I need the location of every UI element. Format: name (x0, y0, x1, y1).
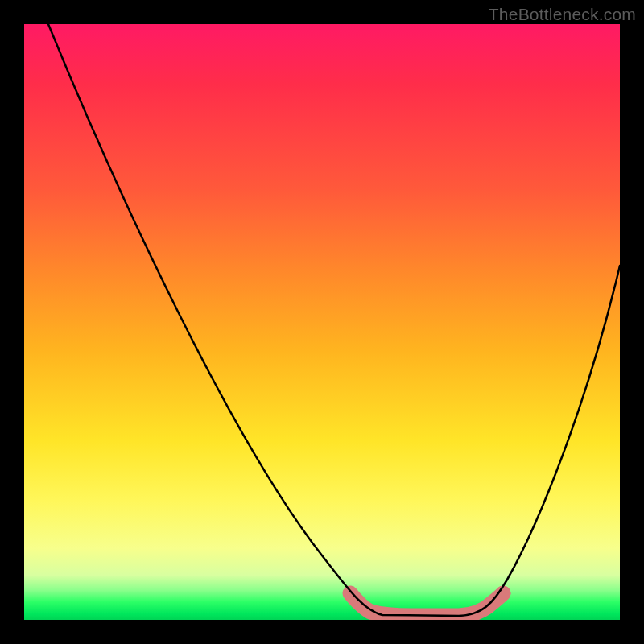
optimal-zone-band (350, 593, 503, 616)
bottleneck-curve (48, 24, 620, 616)
curve-layer (24, 24, 620, 620)
plot-area (24, 24, 620, 620)
chart-frame: TheBottleneck.com (0, 0, 644, 644)
attribution-text: TheBottleneck.com (489, 5, 636, 24)
